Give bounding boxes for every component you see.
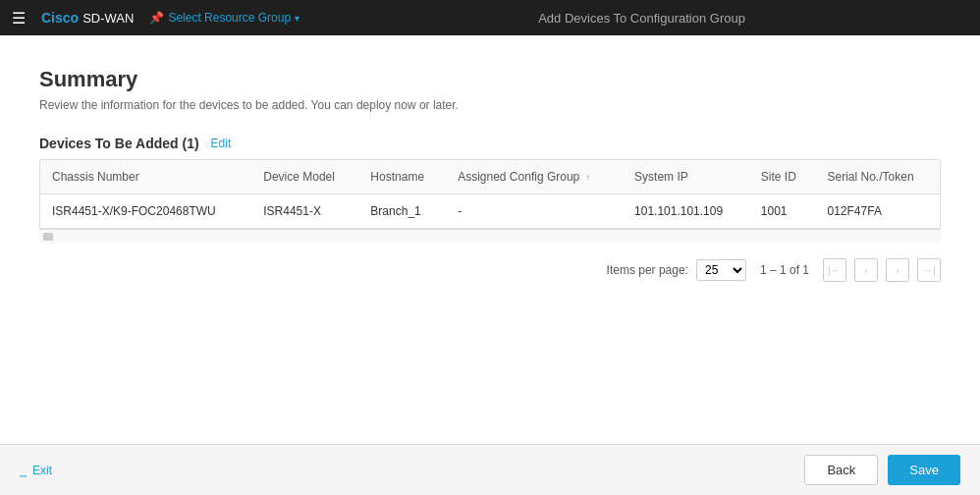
menu-icon[interactable]: ☰ [12,9,26,28]
edit-link[interactable]: Edit [211,137,232,150]
scroll-thumb[interactable] [43,233,53,241]
page-subtitle: Review the information for the devices t… [39,98,941,112]
col-chassis-number: Chassis Number [40,160,251,194]
pagination-bar: Items per page: 25 10 50 100 1 – 1 of 1 … [39,250,941,290]
cell-device-model: ISR4451-X [251,194,358,229]
cell-chassis-number: ISR4451-X/K9-FOC20468TWU [40,194,251,229]
table-header-row: Chassis Number Device Model Hostname Ass… [40,160,940,194]
back-button[interactable]: Back [804,455,878,485]
cell-site-id: 1001 [749,194,816,229]
prev-page-button[interactable]: ‹ [854,258,878,282]
table-body: ISR4451-X/K9-FOC20468TWUISR4451-XBranch_… [40,194,940,229]
cell-system-ip: 101.101.101.109 [623,194,749,229]
footer-right: Back Save [804,455,960,485]
items-per-page-select[interactable]: 25 10 50 100 [696,259,746,281]
page-info: 1 – 1 of 1 [760,263,809,277]
devices-table-container: Chassis Number Device Model Hostname Ass… [39,159,941,229]
resource-group-label: Select Resource Group [168,11,291,25]
col-site-id: Site ID [749,160,816,194]
exit-link[interactable]: Exit [32,464,52,477]
col-system-ip: System IP [623,160,749,194]
col-serial-no-token: Serial No./Token [816,160,940,194]
last-page-button[interactable]: →| [917,258,941,282]
next-page-button[interactable]: › [886,258,909,282]
app-header: ☰ Cisco SD-WAN 📌 Select Resource Group A… [0,0,980,35]
footer-left: ⎯ Exit [20,464,52,477]
footer: ⎯ Exit Back Save [0,444,980,495]
app-logo: Cisco SD-WAN [41,10,134,26]
col-assigned-config-group[interactable]: Assigned Config Group ↑ [446,160,623,194]
main-content: Summary Review the information for the d… [0,35,980,444]
page-title: Summary [39,67,941,92]
table-row: ISR4451-X/K9-FOC20468TWUISR4451-XBranch_… [40,194,940,229]
cisco-logo-text: Cisco [41,10,79,26]
first-page-button[interactable]: |← [823,258,846,282]
devices-table: Chassis Number Device Model Hostname Ass… [40,160,940,228]
sort-icon: ↑ [586,172,591,183]
sdwan-logo-text: SD-WAN [82,11,134,26]
chevron-down-icon [295,11,299,25]
page-heading: Add Devices To Configuration Group [315,11,968,26]
section-header: Devices To Be Added (1) Edit [39,136,941,151]
save-button[interactable]: Save [888,455,960,485]
section-title: Devices To Be Added (1) [39,136,199,151]
col-hostname: Hostname [358,160,446,194]
exit-icon: ⎯ [20,464,27,477]
items-per-page-label: Items per page: [607,263,688,277]
cell-serial-no-token: 012F47FA [816,194,940,229]
horizontal-scrollbar[interactable] [39,229,941,243]
location-pin-icon: 📌 [149,11,164,25]
resource-group-selector[interactable]: 📌 Select Resource Group [149,11,299,25]
cell-hostname: Branch_1 [358,194,446,229]
col-device-model: Device Model [251,160,358,194]
cell-assigned-config-group: - [446,194,623,229]
